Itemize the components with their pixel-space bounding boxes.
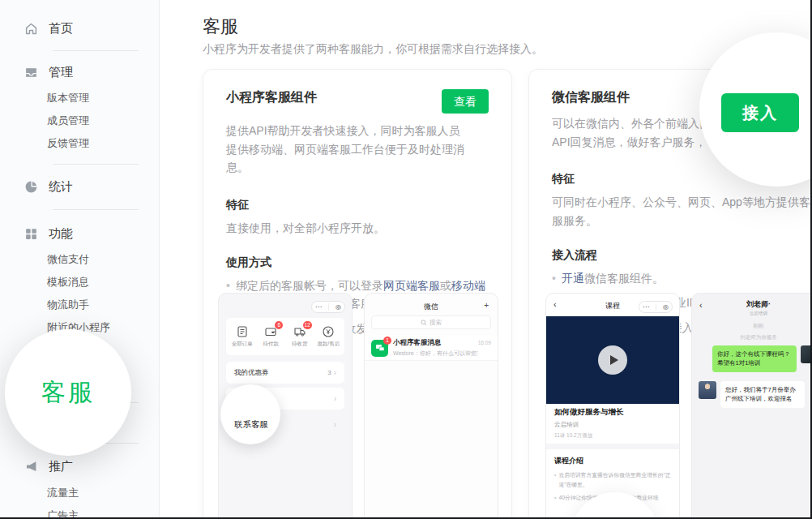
- grid-cell: 全部订单: [229, 325, 256, 348]
- badge: 6: [275, 321, 283, 329]
- capsule-target-icon: ◎: [663, 304, 669, 311]
- bullet-text: 微信客服组件。: [584, 272, 664, 285]
- search-placeholder: 搜索: [430, 319, 442, 327]
- megaphone-icon: [24, 460, 38, 474]
- sidebar-item-label: 推广: [49, 459, 73, 474]
- video-thumbnail: [546, 316, 679, 404]
- intro-heading: 课程介绍: [554, 456, 671, 466]
- usage-heading: 使用方式: [226, 255, 489, 270]
- web-service-link[interactable]: 网页端客服: [383, 279, 440, 292]
- view-button[interactable]: 查看: [442, 89, 489, 114]
- miniprogram-capsule: ⋯ ◎: [639, 301, 673, 313]
- sidebar-item-label: 管理: [49, 65, 73, 80]
- pie-chart-icon: [24, 180, 38, 194]
- chat-system-message: 刘老师为你服务: [692, 334, 812, 341]
- desc-text: API回复消息，做好客户服务，: [552, 135, 707, 148]
- home-icon: [24, 22, 38, 36]
- miniprogram-capsule: ⋯ ◎: [311, 301, 345, 313]
- phone-mockup-chat: ‹ ⋯ 刘老师· 云启培训 刚刚 刘老师为你服务 你好，这个有线下课程吗？希望有…: [691, 293, 812, 519]
- sidebar-item-features[interactable]: 功能: [24, 224, 73, 243]
- capsule-target-icon: ◎: [335, 304, 341, 311]
- chat-timestamp: 刚刚: [692, 323, 812, 330]
- badge: 12: [303, 321, 312, 329]
- sidebar-item-manage[interactable]: 管理: [24, 62, 73, 82]
- sidebar-subitem-logistics[interactable]: 物流助手: [47, 297, 89, 313]
- connect-button[interactable]: 接入: [721, 93, 799, 132]
- all-orders-icon: [236, 325, 249, 338]
- card-title: 小程序客服组件: [226, 89, 317, 106]
- orders-icon-grid: 全部订单 6 待付款 12 待收货 退款/售后: [226, 318, 344, 355]
- card-description: 提供API帮助开发者快速接入，同时为客服人员提供移动端、网页端客服工作台便于及时…: [226, 122, 469, 177]
- sidebar-item-promotion[interactable]: 推广: [24, 457, 73, 476]
- agent-avatar: [699, 381, 716, 399]
- feature-text: 可同时在小程序、公众号、网页、App等地方提供客服服务。: [552, 193, 812, 229]
- plus-icon: ＋: [482, 299, 490, 311]
- sidebar-subitem-members[interactable]: 成员管理: [47, 113, 89, 129]
- sidebar-spotlight-circle: 客服: [5, 329, 131, 456]
- sidebar-subitem-version[interactable]: 版本管理: [47, 90, 89, 106]
- incoming-bubble: 您好，我们将于7月份举办广州线下培训，欢迎报名: [720, 381, 805, 408]
- sidebar-subitem-feedback[interactable]: 反馈管理: [47, 135, 89, 152]
- bullet-text: 或: [440, 279, 451, 292]
- grid-cell: 6 待付款: [257, 325, 284, 348]
- outgoing-message-row: 你好，这个有线下课程吗？希望有1对1培训: [699, 345, 812, 372]
- sidebar-item-label: 首页: [49, 21, 73, 36]
- divider: [53, 50, 139, 51]
- divider: [53, 209, 139, 210]
- sidebar-item-stats[interactable]: 统计: [24, 177, 73, 196]
- video-provider: 云启培训: [554, 421, 671, 429]
- card-miniprogram-service: 小程序客服组件 查看 提供API帮助开发者快速接入，同时为客服人员提供移动端、网…: [203, 69, 512, 519]
- chat-time: 16:09: [478, 340, 491, 345]
- sidebar-item-home[interactable]: 首页: [24, 19, 73, 38]
- refund-icon: [322, 325, 335, 338]
- phone-mockup-orders: ⋯ ◎ 全部订单 6 待付款 12 待收货: [218, 293, 353, 519]
- intro-bullet: 云启培训官方直播告诉你微信里商业增长的“正道”在哪里。: [554, 470, 671, 489]
- bullet-text: 绑定后的客服帐号，可以登录: [236, 279, 383, 292]
- grid-icon: [24, 227, 38, 241]
- sidebar-subitem-traffic[interactable]: 流量主: [47, 485, 79, 501]
- sidebar-subitem-template-msg[interactable]: 模板消息: [47, 274, 89, 290]
- sidebar: 首页 管理 版本管理 成员管理 反馈管理 统计 功能 微信支付 模板消息: [0, 0, 160, 519]
- card-title: 微信客服组件: [552, 89, 630, 106]
- chevron-right-icon: ›: [334, 369, 336, 377]
- divider: [53, 164, 139, 165]
- phone-mockup-course: ‹ 课程 ⋯ ◎ 如何做好服务与增长 云启培训 11讲 10.2万播放 课程介绍…: [545, 293, 680, 519]
- chat-title: 小程序客服消息: [393, 338, 478, 348]
- page-subtitle: 小程序为开发者提供了两种客服能力，你可根据需求自行选择接入。: [203, 42, 543, 57]
- sidebar-item-label: 功能: [49, 226, 73, 242]
- divider: [546, 444, 679, 449]
- service-chat-icon: 1: [371, 340, 388, 357]
- more-icon: ⋯: [643, 304, 649, 311]
- list-item-coupons: 我的优惠券 3 ›: [226, 362, 344, 384]
- phone-mockup-wechat-list: 微信 ＋ 搜索 1 小程序客服消息 Westore：你好，有什么可以帮您? 16…: [364, 293, 498, 519]
- feature-text: 直接使用，对全部小程序开放。: [226, 219, 489, 238]
- more-icon: ⋯: [315, 304, 322, 311]
- chat-contact-name: 刘老师·: [692, 299, 812, 310]
- app-root: 首页 管理 版本管理 成员管理 反馈管理 统计 功能 微信支付 模板消息: [0, 0, 812, 519]
- inbox-icon: [24, 66, 38, 79]
- video-title: 如何做好服务与增长: [554, 407, 671, 418]
- chat-preview: Westore：你好，有什么可以帮您?: [393, 350, 478, 358]
- wechat-title: 微信: [365, 302, 498, 312]
- chat-list-item: 1 小程序客服消息 Westore：你好，有什么可以帮您? 16:09: [365, 336, 498, 360]
- badge: 1: [383, 337, 391, 345]
- flow-heading: 接入流程: [552, 248, 812, 263]
- flow-bullet: 开通微信客服组件。: [552, 269, 812, 288]
- activate-link[interactable]: 开通: [562, 272, 584, 285]
- sidebar-item-label: 统计: [49, 179, 73, 195]
- list-item-contact-service: 联系客服 ›: [226, 414, 344, 435]
- search-bar: 搜索: [371, 315, 491, 329]
- page-title: 客服: [203, 15, 238, 39]
- sidebar-item-customer-service[interactable]: 客服: [41, 376, 95, 410]
- outgoing-bubble: 你好，这个有线下课程吗？希望有1对1培训: [712, 345, 797, 372]
- play-icon: [598, 345, 627, 375]
- chevron-right-icon: ›: [334, 395, 336, 403]
- chevron-right-icon: ›: [334, 421, 336, 429]
- sidebar-subitem-advertiser[interactable]: 广告主: [47, 508, 79, 519]
- user-avatar: [801, 345, 812, 363]
- search-icon: [421, 320, 427, 326]
- chat-contact-org: 云启培训: [692, 311, 812, 316]
- grid-cell: 退款/售后: [314, 325, 342, 348]
- sidebar-subitem-wechat-pay[interactable]: 微信支付: [47, 251, 89, 268]
- incoming-message-row: 您好，我们将于7月份举办广州线下培训，欢迎报名: [699, 381, 812, 408]
